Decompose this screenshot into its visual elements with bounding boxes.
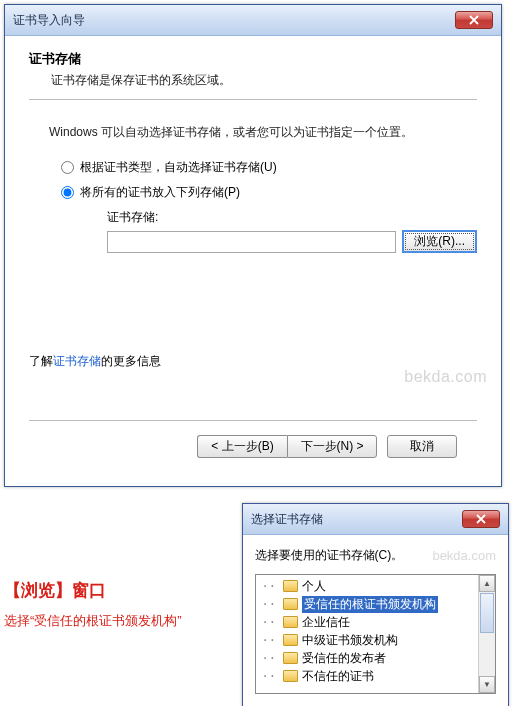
store-label: 证书存储: xyxy=(107,209,477,226)
select-label: 选择要使用的证书存储(C)。 xyxy=(255,547,404,564)
watermark: bekda.com xyxy=(29,368,487,386)
folder-icon xyxy=(283,634,298,646)
close-button-2[interactable] xyxy=(462,510,500,528)
watermark-2: bekda.com xyxy=(432,548,496,563)
folder-icon xyxy=(283,580,298,592)
titlebar: 证书导入向导 xyxy=(5,5,501,36)
folder-icon xyxy=(283,616,298,628)
scroll-down[interactable]: ▼ xyxy=(479,676,495,693)
tree-item[interactable]: ·· 企业信任 xyxy=(258,613,476,631)
radio-place-input[interactable] xyxy=(61,186,74,199)
tree-item[interactable]: ·· 受信任的根证书颁发机构 xyxy=(258,595,476,613)
close-icon xyxy=(469,15,479,25)
nav-button-group: < 上一步(B) 下一步(N) > xyxy=(197,435,377,458)
learn-link[interactable]: 证书存储 xyxy=(53,354,101,368)
cancel-button[interactable]: 取消 xyxy=(387,435,457,458)
store-input[interactable] xyxy=(107,231,396,253)
radio-auto-input[interactable] xyxy=(61,161,74,174)
scroll-thumb[interactable] xyxy=(480,593,494,633)
window-title: 证书导入向导 xyxy=(13,12,85,29)
scrollbar[interactable]: ▲ ▼ xyxy=(478,575,495,693)
tree-item[interactable]: ·· 不信任的证书 xyxy=(258,667,476,685)
titlebar-2: 选择证书存储 xyxy=(243,504,508,535)
tree[interactable]: ·· 个人·· 受信任的根证书颁发机构·· 企业信任·· 中级证书颁发机构·· … xyxy=(256,575,478,693)
next-button[interactable]: 下一步(N) > xyxy=(287,435,377,458)
wizard-window: 证书导入向导 证书存储 证书存储是保存证书的系统区域。 Windows 可以自动… xyxy=(4,4,502,487)
annotation-sub: 选择“受信任的根证书颁发机构” xyxy=(4,612,234,630)
radio-group: 根据证书类型，自动选择证书存储(U) 将所有的证书放入下列存储(P) 证书存储:… xyxy=(61,159,477,253)
tree-item-label: 个人 xyxy=(302,578,326,595)
close-button[interactable] xyxy=(455,11,493,29)
radio-auto-label: 根据证书类型，自动选择证书存储(U) xyxy=(80,159,277,176)
folder-icon xyxy=(283,652,298,664)
folder-icon xyxy=(283,670,298,682)
section-heading: 证书存储 xyxy=(29,50,477,68)
annotation-title: 【浏览】窗口 xyxy=(4,579,234,602)
scroll-up[interactable]: ▲ xyxy=(479,575,495,592)
section-subheading: 证书存储是保存证书的系统区域。 xyxy=(51,72,477,89)
tree-item[interactable]: ·· 个人 xyxy=(258,577,476,595)
close-icon xyxy=(476,514,486,524)
tree-item-label: 不信任的证书 xyxy=(302,668,374,685)
window2-title: 选择证书存储 xyxy=(251,511,323,528)
tree-item[interactable]: ·· 中级证书颁发机构 xyxy=(258,631,476,649)
radio-place-all[interactable]: 将所有的证书放入下列存储(P) xyxy=(61,184,477,201)
annotation: 【浏览】窗口 选择“受信任的根证书颁发机构” xyxy=(0,499,238,630)
instruction-text: Windows 可以自动选择证书存储，或者您可以为证书指定一个位置。 xyxy=(49,124,477,141)
browse-button[interactable]: 浏览(R)... xyxy=(402,230,477,253)
radio-auto-select[interactable]: 根据证书类型，自动选择证书存储(U) xyxy=(61,159,477,176)
back-button[interactable]: < 上一步(B) xyxy=(197,435,287,458)
tree-item[interactable]: ·· 受信任的发布者 xyxy=(258,649,476,667)
tree-item-label: 受信任的发布者 xyxy=(302,650,386,667)
tree-item-label: 中级证书颁发机构 xyxy=(302,632,398,649)
folder-icon xyxy=(283,598,298,610)
tree-item-label: 企业信任 xyxy=(302,614,350,631)
tree-item-label: 受信任的根证书颁发机构 xyxy=(302,596,438,613)
radio-place-label: 将所有的证书放入下列存储(P) xyxy=(80,184,240,201)
divider xyxy=(29,99,477,100)
tree-box: ·· 个人·· 受信任的根证书颁发机构·· 企业信任·· 中级证书颁发机构·· … xyxy=(255,574,496,694)
select-store-window: 选择证书存储 选择要使用的证书存储(C)。 bekda.com ·· 个人·· … xyxy=(242,503,509,706)
